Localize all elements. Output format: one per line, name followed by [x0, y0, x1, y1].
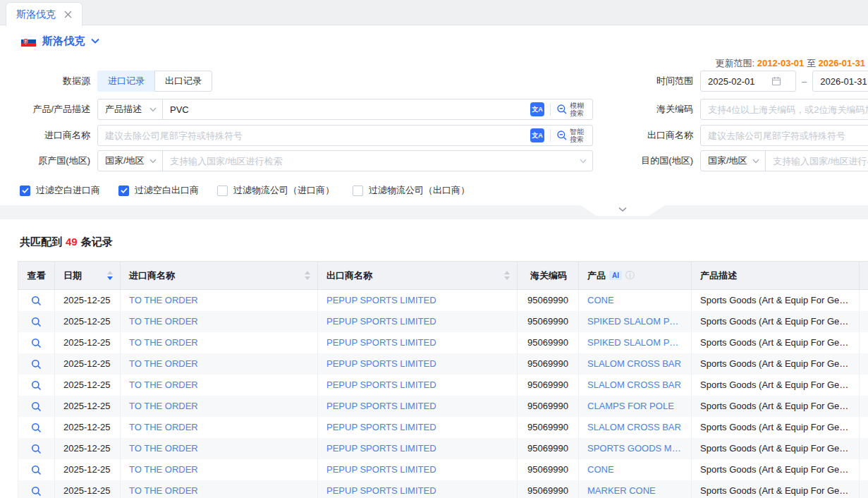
exporter-link[interactable]: PEPUP SPORTS LIMITED	[318, 332, 518, 353]
tab-bar: 斯洛伐克	[0, 0, 868, 25]
exporter-link[interactable]: PEPUP SPORTS LIMITED	[318, 375, 518, 396]
country-selector[interactable]: 斯洛伐克	[0, 28, 868, 54]
importer-link[interactable]: TO THE ORDER	[121, 375, 318, 396]
hs-code-input[interactable]	[701, 99, 868, 119]
table-row: 2025-12-25 TO THE ORDER PEPUP SPORTS LIM…	[18, 332, 868, 353]
tab-import-records[interactable]: 进口记录	[97, 71, 154, 92]
description-cell: Sports Goods (Art & Equip For Gen ...	[692, 290, 860, 311]
filter-checkbox[interactable]: 过滤空白出口商	[118, 184, 199, 197]
origin-country-type-select[interactable]: 国家/地区	[98, 151, 163, 171]
importer-link[interactable]: TO THE ORDER	[121, 290, 318, 311]
view-record-button[interactable]	[31, 380, 42, 391]
tab-export-records[interactable]: 出口记录	[154, 71, 212, 92]
exporter-link[interactable]: PEPUP SPORTS LIMITED	[318, 480, 518, 498]
dest-country-type-select[interactable]: 国家/地区	[701, 151, 766, 171]
info-icon[interactable]: ⓘ	[625, 270, 635, 281]
view-record-button[interactable]	[31, 317, 42, 327]
importer-link[interactable]: TO THE ORDER	[121, 459, 318, 480]
product-search-input[interactable]	[163, 99, 530, 119]
col-header-exporter[interactable]: 出口商名称	[318, 262, 518, 290]
view-record-button[interactable]	[31, 401, 42, 412]
importer-link[interactable]: TO THE ORDER	[121, 332, 318, 353]
filter-checkbox[interactable]: 过滤物流公司（进口商）	[217, 184, 334, 197]
description-cell: Sports Goods (Art & Equip For Gen ...	[692, 459, 860, 480]
col-header-hs-code: 海关编码	[518, 262, 579, 290]
product-link[interactable]: CONE	[579, 290, 692, 311]
importer-link[interactable]: TO THE ORDER	[121, 353, 318, 375]
data-source-toggle: 进口记录 出口记录	[97, 71, 212, 92]
view-record-button[interactable]	[31, 423, 42, 433]
importer-link[interactable]: TO THE ORDER	[121, 480, 318, 498]
product-link[interactable]: SLALOM CROSS BAR	[579, 375, 692, 396]
view-cell	[18, 311, 55, 332]
product-link[interactable]: SLALOM CROSS BAR	[579, 353, 692, 375]
product-link[interactable]: CLAMPS FOR POLE	[579, 396, 692, 417]
search-minus-icon	[556, 130, 568, 141]
importer-search-input[interactable]	[98, 126, 530, 145]
start-date-value[interactable]	[708, 76, 771, 87]
product-link[interactable]: SPORTS GOODS MAR...	[579, 438, 692, 459]
hs-code-cell: 95069990	[518, 353, 579, 375]
filter-checkbox[interactable]: 过滤空白进口商	[20, 184, 100, 197]
date-cell: 2025-12-25	[55, 417, 121, 438]
exporter-search-input[interactable]	[701, 126, 868, 145]
exporter-link[interactable]: PEPUP SPORTS LIMITED	[318, 290, 518, 311]
view-cell	[18, 417, 55, 438]
filter-checkbox[interactable]: 过滤物流公司（出口商）	[353, 184, 470, 197]
checkbox-icon[interactable]	[217, 186, 228, 196]
end-date-input[interactable]	[812, 71, 868, 92]
chevron-down-icon	[752, 159, 759, 164]
exporter-link[interactable]: PEPUP SPORTS LIMITED	[318, 311, 518, 332]
translate-icon[interactable]: 文A	[530, 102, 544, 116]
view-record-button[interactable]	[31, 338, 42, 348]
checkbox-icon[interactable]	[353, 186, 363, 196]
checkbox-icon[interactable]	[20, 186, 30, 196]
exporter-link[interactable]: PEPUP SPORTS LIMITED	[318, 353, 518, 375]
importer-link[interactable]: TO THE ORDER	[121, 438, 318, 459]
view-record-button[interactable]	[31, 465, 42, 475]
date-cell: 2025-12-25	[55, 375, 121, 396]
checkbox-label: 过滤物流公司（进口商）	[233, 184, 334, 197]
view-cell	[18, 290, 55, 311]
filter-checkbox-row: 过滤空白进口商 过滤空白出口商 过滤物流公司（进口商） 过滤物流公司（出口商）	[20, 184, 470, 197]
date-cell: 2025-12-25	[55, 438, 121, 459]
smart-search-button[interactable]: 智能搜索	[556, 128, 587, 143]
view-record-button[interactable]	[31, 486, 42, 497]
translate-icon[interactable]: 文A	[530, 128, 544, 142]
end-date-value[interactable]	[820, 76, 868, 87]
chevron-down-icon[interactable]	[91, 38, 99, 44]
view-record-button[interactable]	[31, 359, 42, 370]
product-link[interactable]: MARKER CONE	[579, 480, 692, 498]
checkbox-icon[interactable]	[118, 186, 129, 196]
view-cell	[18, 396, 55, 417]
results-table: 查看 日期 进口商名称 出口商名称 海关编码	[18, 261, 868, 498]
view-record-button[interactable]	[31, 444, 42, 454]
exporter-link[interactable]: PEPUP SPORTS LIMITED	[318, 396, 518, 417]
exporter-link[interactable]: PEPUP SPORTS LIMITED	[318, 459, 518, 480]
product-type-select[interactable]: 产品描述	[98, 99, 163, 119]
tab-slovakia[interactable]: 斯洛伐克	[6, 2, 82, 26]
col-header-date[interactable]: 日期	[55, 262, 121, 290]
importer-link[interactable]: TO THE ORDER	[121, 311, 318, 332]
importer-link[interactable]: TO THE ORDER	[121, 396, 318, 417]
description-cell: Sports Goods (Art & Equip For Gen ...	[692, 417, 860, 438]
start-date-input[interactable]	[700, 71, 796, 92]
table-row: 2025-12-25 TO THE ORDER PEPUP SPORTS LIM…	[18, 459, 868, 480]
product-link[interactable]: SPIKED SLALOM POLE	[579, 311, 692, 332]
product-link[interactable]: SPIKED SLALOM POLE	[579, 332, 692, 353]
importer-link[interactable]: TO THE ORDER	[121, 417, 318, 438]
col-header-importer[interactable]: 进口商名称	[121, 262, 318, 290]
close-icon[interactable]	[64, 11, 72, 18]
product-link[interactable]: SLALOM CROSS BAR	[579, 417, 692, 438]
magnifier-icon	[31, 359, 42, 370]
product-link[interactable]: CONE	[579, 459, 692, 480]
exporter-link[interactable]: PEPUP SPORTS LIMITED	[318, 438, 518, 459]
description-cell: Sports Goods (Art & Equip For Gen ...	[692, 353, 860, 375]
view-record-button[interactable]	[31, 296, 42, 306]
chevron-down-icon	[149, 159, 157, 164]
origin-country-input[interactable]	[163, 151, 580, 171]
dest-country-input[interactable]	[766, 151, 868, 171]
date-cell: 2025-12-25	[55, 290, 121, 311]
exporter-link[interactable]: PEPUP SPORTS LIMITED	[318, 417, 518, 438]
fuzzy-search-button[interactable]: 模糊搜索	[556, 102, 587, 117]
